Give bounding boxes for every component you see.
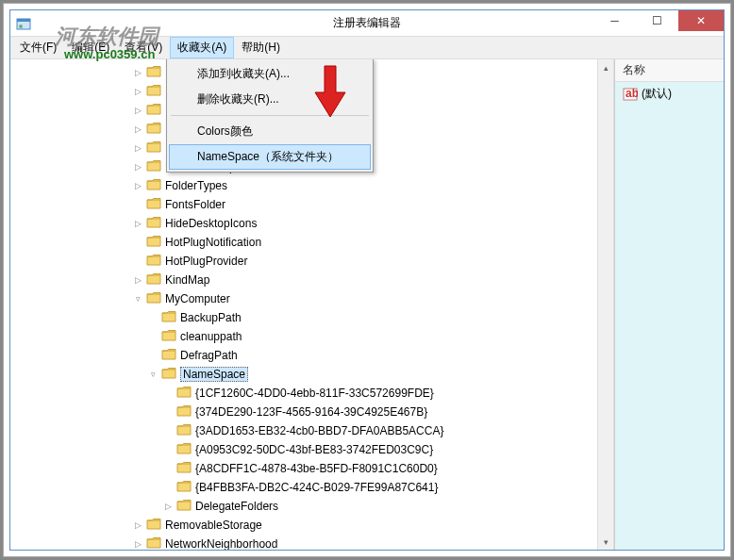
svg-text:ab: ab — [626, 87, 638, 100]
tree-node[interactable]: ▷{A0953C92-50DC-43bf-BE83-3742FED03C9C} — [10, 440, 613, 459]
tree-node-label: RemovableStorage — [165, 519, 262, 532]
window-controls: ─ ☐ ✕ — [593, 10, 724, 36]
tree-expander-icon[interactable]: ▷ — [131, 537, 144, 550]
folder-icon — [176, 423, 195, 439]
folder-icon — [146, 197, 165, 213]
folder-icon — [146, 291, 165, 307]
tree-node-label: {B4FBB3FA-DB2C-424C-B029-7FE99A87C641} — [195, 481, 438, 494]
close-button[interactable]: ✕ — [678, 10, 724, 31]
menu-favorites[interactable]: 收藏夹(A) — [170, 37, 234, 58]
tree-node-label: {374DE290-123F-4565-9164-39C4925E467B} — [195, 405, 427, 419]
tree-node[interactable]: ▷{A8CDFF1C-4878-43be-B5FD-F8091C1C60D0} — [10, 459, 613, 478]
tree-node[interactable]: ▷cleanuppath — [10, 327, 613, 346]
dropdown-colors[interactable]: Colors颜色 — [169, 119, 371, 144]
folder-icon — [176, 386, 195, 402]
folder-icon — [146, 536, 165, 551]
tree-node[interactable]: ▷FolderTypes — [10, 176, 613, 195]
folder-icon — [146, 84, 165, 100]
folder-icon — [176, 404, 195, 420]
scroll-up-button[interactable]: ▴ — [598, 59, 614, 75]
dropdown-namespace[interactable]: NameSpace（系统文件夹） — [169, 144, 371, 170]
tree-expander-icon[interactable]: ▷ — [131, 123, 144, 136]
minimize-button[interactable]: ─ — [593, 10, 636, 31]
tree-node[interactable]: ▷FontsFolder — [10, 195, 613, 214]
folder-icon — [161, 367, 180, 383]
menu-file[interactable]: 文件(F) — [12, 37, 64, 58]
tree-node-label: {A8CDFF1C-4878-43be-B5FD-F8091C1C60D0} — [195, 462, 438, 475]
folder-icon — [161, 310, 180, 326]
folder-icon — [146, 518, 165, 534]
tree-node[interactable]: ▷{B4FBB3FA-DB2C-424C-B029-7FE99A87C641} — [10, 478, 613, 497]
folder-icon — [176, 480, 195, 496]
maximize-button[interactable]: ☐ — [636, 10, 678, 31]
tree-node[interactable]: ▷DefragPath — [10, 346, 613, 365]
value-row[interactable]: ab (默认) — [615, 82, 724, 106]
tree-node[interactable]: ▷BackupPath — [10, 308, 613, 327]
menu-help[interactable]: 帮助(H) — [234, 37, 288, 58]
svg-point-2 — [19, 25, 23, 28]
tree-node[interactable]: ▷HotPlugProvider — [10, 252, 613, 271]
tree-expander-icon[interactable]: ▿ — [146, 368, 159, 381]
window-title: 注册表编辑器 — [333, 15, 401, 31]
tree-node[interactable]: ▷NetworkNeighborhood — [10, 535, 613, 550]
tree-expander-icon[interactable]: ▷ — [131, 519, 144, 532]
folder-icon — [146, 272, 165, 288]
tree-node-label: HotPlugNotification — [165, 236, 261, 249]
tree-node-label: MyComputer — [165, 292, 230, 305]
folder-icon — [146, 65, 165, 81]
folder-icon — [176, 499, 195, 515]
folder-icon — [176, 461, 195, 477]
tree-node-label: HideDesktopIcons — [165, 217, 257, 230]
tree-expander-icon[interactable]: ▷ — [131, 160, 144, 173]
tree-expander-icon[interactable]: ▷ — [131, 85, 144, 98]
tree-node[interactable]: ▿NameSpace — [10, 365, 613, 384]
folder-icon — [161, 329, 180, 345]
outer-frame: 注册表编辑器 ─ ☐ ✕ 文件(F) 编辑(E) 查看(V) 收藏夹(A) 帮助… — [3, 3, 731, 557]
tree-node[interactable]: ▷{3ADD1653-EB32-4cb0-BBD7-DFA0ABB5ACCA} — [10, 421, 613, 440]
tree-node-label: DefragPath — [180, 349, 238, 362]
tree-node[interactable]: ▷KindMap — [10, 271, 613, 289]
tree-node-label: HotPlugProvider — [165, 255, 247, 268]
menu-edit[interactable]: 编辑(E) — [64, 37, 117, 58]
tree-node-label: NetworkNeighborhood — [165, 537, 277, 550]
tree-node[interactable]: ▷{1CF1260C-4DD0-4ebb-811F-33C572699FDE} — [10, 384, 613, 403]
folder-icon — [146, 216, 165, 232]
folder-icon — [146, 254, 165, 270]
values-pane: 名称 ab (默认) — [614, 59, 724, 550]
tree-node-label: FontsFolder — [165, 198, 225, 211]
svg-rect-1 — [17, 19, 30, 22]
app-icon — [16, 16, 31, 31]
tree-node-label: {A0953C92-50DC-43bf-BE83-3742FED03C9C} — [195, 443, 433, 456]
tree-node[interactable]: ▷{374DE290-123F-4565-9164-39C4925E467B} — [10, 403, 613, 421]
tree-expander-icon[interactable]: ▷ — [131, 179, 144, 192]
tree-expander-icon[interactable]: ▷ — [131, 273, 144, 287]
scroll-down-button[interactable]: ▾ — [598, 534, 614, 550]
registry-editor-window: 注册表编辑器 ─ ☐ ✕ 文件(F) 编辑(E) 查看(V) 收藏夹(A) 帮助… — [9, 9, 725, 551]
tree-node[interactable]: ▷HideDesktopIcons — [10, 214, 613, 233]
tree-node-label: {3ADD1653-EB32-4cb0-BBD7-DFA0ABB5ACCA} — [195, 424, 443, 437]
value-name: (默认) — [642, 86, 672, 102]
tree-node-label: BackupPath — [180, 311, 242, 324]
tree-node[interactable]: ▿MyComputer — [10, 289, 613, 308]
folder-icon — [176, 442, 195, 458]
tree-expander-icon[interactable]: ▷ — [161, 500, 175, 513]
tree-scrollbar[interactable]: ▴ ▾ — [597, 59, 613, 550]
tree-node-label: cleanuppath — [180, 330, 242, 343]
tree-node-label: DelegateFolders — [195, 500, 278, 513]
tree-node[interactable]: ▷RemovableStorage — [10, 516, 613, 535]
menu-view[interactable]: 查看(V) — [117, 37, 170, 58]
tree-expander-icon[interactable]: ▷ — [131, 217, 144, 230]
folder-icon — [146, 103, 165, 119]
folder-icon — [146, 159, 165, 175]
tree-node[interactable]: ▷HotPlugNotification — [10, 233, 613, 252]
column-header-name[interactable]: 名称 — [615, 59, 724, 82]
menubar: 文件(F) 编辑(E) 查看(V) 收藏夹(A) 帮助(H) — [10, 37, 724, 59]
content-area: ▷▷▷▷▷▷FolderDescriptions▷FolderTypes▷Fon… — [10, 59, 724, 550]
tree-expander-icon[interactable]: ▿ — [131, 292, 144, 305]
tree-node[interactable]: ▷DelegateFolders — [10, 497, 613, 516]
tree-node-label: FolderTypes — [165, 179, 227, 192]
tree-expander-icon[interactable]: ▷ — [131, 66, 144, 79]
string-value-icon: ab — [623, 87, 638, 102]
tree-expander-icon[interactable]: ▷ — [131, 104, 144, 117]
tree-expander-icon[interactable]: ▷ — [131, 141, 144, 155]
